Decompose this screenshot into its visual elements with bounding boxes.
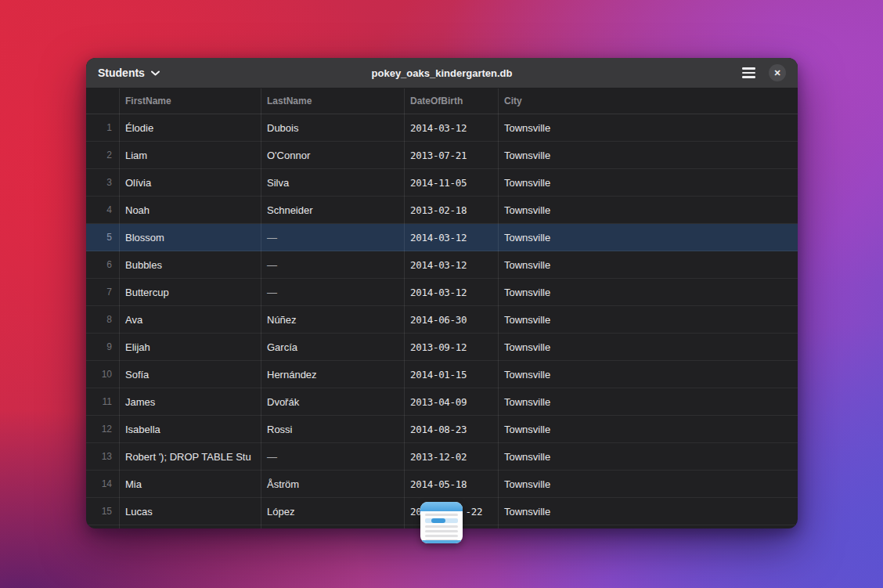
cell-lastname[interactable]: Rossi <box>261 424 404 435</box>
cell-city[interactable]: Townsville <box>498 122 798 134</box>
table-row[interactable]: 14MiaÅström2014-05-18Townsville <box>86 471 798 498</box>
column-header-city[interactable]: City <box>498 96 798 106</box>
cell-firstname[interactable]: Ava <box>119 314 261 326</box>
row-number[interactable]: 8 <box>86 314 119 325</box>
document-icon-titlebar <box>420 502 463 511</box>
cell-city[interactable]: Townsville <box>498 341 798 353</box>
cell-lastname[interactable]: — <box>261 259 404 271</box>
row-number[interactable]: 15 <box>86 506 119 517</box>
cell-dob[interactable]: 2014-11-05 <box>404 177 498 189</box>
cell-dob[interactable]: 2013-02-18 <box>404 204 498 216</box>
cell-city[interactable]: Townsville <box>498 232 798 243</box>
row-number[interactable]: 5 <box>86 232 119 243</box>
app-window: Students pokey_oaks_kindergarten.db ✕ Fi… <box>86 58 798 528</box>
table-row[interactable]: 6Bubbles—2014-03-12Townsville <box>86 251 798 279</box>
table-row[interactable]: 9ElijahGarcía2013-09-12Townsville <box>86 334 798 361</box>
cell-city[interactable]: Townsville <box>498 287 798 298</box>
table-row[interactable]: 8AvaNúñez2014-06-30Townsville <box>86 306 798 334</box>
cell-firstname[interactable]: Élodie <box>119 122 261 134</box>
cell-dob[interactable]: 2014-01-15 <box>404 369 498 381</box>
cell-city[interactable]: Townsville <box>498 451 798 463</box>
column-header-dateofbirth[interactable]: DateOfBirth <box>404 96 498 106</box>
table-row[interactable]: 1ÉlodieDubois2014-03-12Townsville <box>86 114 798 142</box>
table-row[interactable]: 7Buttercup—2014-03-12Townsville <box>86 279 798 306</box>
cell-dob[interactable]: 2013-04-09 <box>404 396 498 408</box>
cell-city[interactable]: Townsville <box>498 478 798 490</box>
row-number[interactable]: 1 <box>86 122 119 133</box>
table-row[interactable]: 13Robert '); DROP TABLE Stu—2013-12-02To… <box>86 443 798 471</box>
row-number[interactable]: 4 <box>86 204 119 215</box>
cell-city[interactable]: Townsville <box>498 506 798 518</box>
cell-city[interactable]: Townsville <box>498 150 798 161</box>
window-titlebar: Students pokey_oaks_kindergarten.db ✕ <box>86 58 798 88</box>
cell-firstname[interactable]: Bubbles <box>119 259 261 271</box>
cell-city[interactable]: Townsville <box>498 396 798 408</box>
window-title: pokey_oaks_kindergarten.db <box>86 67 798 79</box>
table-row[interactable]: 11JamesDvořák2013-04-09Townsville <box>86 388 798 416</box>
cell-lastname[interactable]: — <box>261 232 404 243</box>
table-selector-dropdown[interactable]: Students <box>98 67 160 79</box>
cell-firstname[interactable]: Lucas <box>119 506 261 518</box>
cell-lastname[interactable]: Hernández <box>261 369 404 381</box>
cell-firstname[interactable]: Mia <box>119 478 261 490</box>
cell-lastname[interactable]: — <box>261 287 404 298</box>
table-row[interactable]: 12IsabellaRossi2014-08-23Townsville <box>86 416 798 443</box>
row-number[interactable]: 7 <box>86 287 119 298</box>
cell-dob[interactable]: 2014-08-23 <box>404 424 498 435</box>
table-row[interactable]: 5Blossom—2014-03-12Townsville <box>86 224 798 251</box>
row-number[interactable]: 12 <box>86 424 119 435</box>
table-row[interactable]: 4NoahSchneider2013-02-18Townsville <box>86 197 798 224</box>
cell-firstname[interactable]: Liam <box>119 150 261 161</box>
column-header-lastname[interactable]: LastName <box>261 96 404 106</box>
cell-dob[interactable]: 2013-09-12 <box>404 341 498 353</box>
cell-dob[interactable]: 2014-03-12 <box>404 259 498 271</box>
cell-firstname[interactable]: Blossom <box>119 232 261 243</box>
row-number[interactable]: 6 <box>86 259 119 270</box>
cell-lastname[interactable]: O'Connor <box>261 150 404 161</box>
row-number[interactable]: 10 <box>86 369 119 380</box>
row-number[interactable]: 14 <box>86 478 119 489</box>
cell-dob[interactable]: 2013-12-02 <box>404 451 498 463</box>
row-number[interactable]: 3 <box>86 177 119 188</box>
cell-dob[interactable]: 2014-03-12 <box>404 232 498 243</box>
table-row[interactable]: 3OlíviaSilva2014-11-05Townsville <box>86 169 798 197</box>
row-number[interactable]: 11 <box>86 396 119 407</box>
cell-dob[interactable]: 2014-06-30 <box>404 314 498 326</box>
cell-dob[interactable]: 2013-07-21 <box>404 150 498 161</box>
row-number[interactable]: 2 <box>86 150 119 161</box>
cell-city[interactable]: Townsville <box>498 177 798 189</box>
cell-city[interactable]: Townsville <box>498 314 798 326</box>
cell-lastname[interactable]: Dubois <box>261 122 404 134</box>
cell-lastname[interactable]: Dvořák <box>261 396 404 408</box>
cell-firstname[interactable]: Sofía <box>119 369 261 381</box>
column-header-firstname[interactable]: FirstName <box>119 96 261 106</box>
cell-firstname[interactable]: Olívia <box>119 177 261 189</box>
row-number[interactable]: 9 <box>86 341 119 352</box>
cell-firstname[interactable]: Buttercup <box>119 287 261 298</box>
cell-firstname[interactable]: Noah <box>119 204 261 216</box>
cell-city[interactable]: Townsville <box>498 369 798 381</box>
cell-dob[interactable]: 2014-03-12 <box>404 287 498 298</box>
cell-lastname[interactable]: Silva <box>261 177 404 189</box>
row-number[interactable]: 13 <box>86 451 119 462</box>
cell-lastname[interactable]: García <box>261 341 404 353</box>
cell-city[interactable]: Townsville <box>498 259 798 271</box>
cell-lastname[interactable]: Núñez <box>261 314 404 326</box>
cell-firstname[interactable]: Elijah <box>119 341 261 353</box>
cell-dob[interactable]: 2014-05-18 <box>404 478 498 490</box>
cell-lastname[interactable]: López <box>261 506 404 518</box>
table-row[interactable]: 2LiamO'Connor2013-07-21Townsville <box>86 142 798 169</box>
cell-firstname[interactable]: James <box>119 396 261 408</box>
cell-lastname[interactable]: — <box>261 451 404 463</box>
cell-city[interactable]: Townsville <box>498 204 798 216</box>
cell-dob[interactable]: 2014-03-12 <box>404 122 498 134</box>
cell-city[interactable]: Townsville <box>498 424 798 435</box>
table-row[interactable]: 10SofíaHernández2014-01-15Townsville <box>86 361 798 388</box>
menu-button[interactable] <box>742 65 755 80</box>
desktop-background: Students pokey_oaks_kindergarten.db ✕ Fi… <box>0 0 883 588</box>
cell-firstname[interactable]: Isabella <box>119 424 261 435</box>
cell-lastname[interactable]: Åström <box>261 478 404 490</box>
close-button[interactable]: ✕ <box>769 64 786 81</box>
cell-lastname[interactable]: Schneider <box>261 204 404 216</box>
cell-firstname[interactable]: Robert '); DROP TABLE Stu <box>119 451 261 463</box>
